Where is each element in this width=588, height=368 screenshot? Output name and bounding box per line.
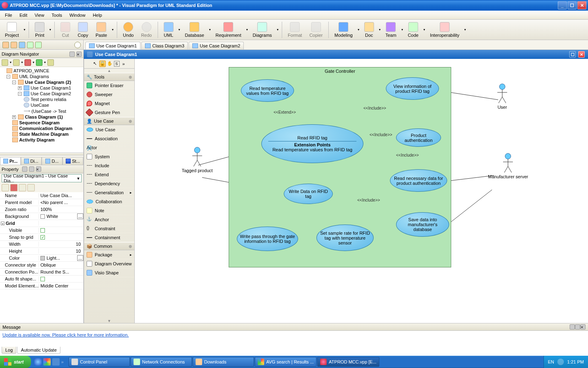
toolbar-undo[interactable]: Undo — [120, 21, 136, 38]
tool-magnet[interactable]: Magnet — [84, 99, 134, 108]
cursor-icon[interactable]: ↖ — [92, 61, 98, 67]
start-button[interactable]: start — [0, 356, 31, 368]
tree-cd-group[interactable]: +Class Diagram (1) — [11, 114, 83, 120]
tool-dependency[interactable]: Dependency — [84, 179, 134, 188]
tool-anchor[interactable]: ⚓Anchor — [84, 215, 134, 224]
tool-pointer-eraser[interactable]: Pointer Eraser — [84, 81, 134, 90]
toolbar-team[interactable]: Team — [383, 21, 399, 38]
restore-icon[interactable] — [22, 166, 27, 172]
menu-tools[interactable]: Tools — [48, 12, 65, 18]
tool-containment[interactable]: Containment — [84, 233, 134, 242]
tool-note[interactable]: Note — [84, 206, 134, 215]
tree-act[interactable]: Activity Diagram — [11, 137, 83, 143]
tab-property[interactable]: Pr... — [0, 157, 21, 165]
tool-package[interactable]: Package▸ — [84, 250, 134, 259]
close-icon[interactable]: × — [76, 52, 82, 57]
desktop-icon[interactable] — [52, 358, 60, 366]
palette-tools-header[interactable]: 🔧Tools⊕ — [84, 73, 134, 81]
toolbar-modeling[interactable]: Modeling — [332, 21, 355, 38]
property-selector[interactable]: Use Case Diagram1 - Use Case Dia...▾ — [2, 174, 82, 182]
toolbar-requirement[interactable]: Requirement — [213, 21, 244, 38]
chevron-icon[interactable]: » — [120, 61, 127, 67]
task-network[interactable]: Network Connections — [131, 357, 192, 367]
usecase-read-temp[interactable]: Read temperature values from RFID tag — [241, 79, 294, 102]
toolbar-uml[interactable]: UML — [161, 21, 176, 38]
property-grid[interactable]: NameUse Case Dia... Parent model<No pare… — [0, 192, 83, 323]
chrome-icon[interactable] — [43, 358, 51, 366]
tool-overview[interactable]: Diagram Overview — [84, 259, 134, 268]
tray-icon[interactable] — [557, 359, 564, 365]
tab-usecase1[interactable]: Use Case Diagram1 — [85, 42, 140, 49]
mini-icon[interactable] — [11, 42, 17, 48]
pin-icon[interactable] — [575, 324, 580, 330]
nav-sort-icon[interactable] — [24, 59, 31, 66]
usecase-write-pass[interactable]: Write pass through the gate information … — [237, 227, 298, 251]
tool-sweeper[interactable]: Sweeper — [84, 90, 134, 99]
lock-icon[interactable]: 🔒 — [99, 61, 106, 67]
mini-icon[interactable] — [27, 42, 33, 48]
tool-system[interactable]: System — [84, 152, 134, 161]
tool-gesture-pen[interactable]: Gesture Pen — [84, 108, 134, 117]
tool-include[interactable]: Include — [84, 161, 134, 170]
tab-log[interactable]: Log — [2, 347, 16, 354]
pin-icon[interactable] — [69, 52, 75, 57]
usecase-save-data[interactable]: Save data into manufacturer's database — [396, 212, 449, 237]
menu-window[interactable]: Window — [66, 12, 89, 18]
tree-ucd2[interactable]: -Use Case Diagram2 — [17, 91, 83, 96]
task-downloads[interactable]: Downloads — [193, 357, 254, 367]
usecase-set-sample[interactable]: Set sample rate for RFID tag with temper… — [316, 224, 374, 251]
tab-stencil[interactable]: St... — [62, 157, 83, 165]
tree-node-uc[interactable]: UseCase — [23, 102, 83, 108]
search-icon[interactable] — [74, 42, 81, 48]
close-icon[interactable]: × — [36, 166, 41, 172]
tab-usecase2[interactable]: Use Case Diagram2 — [189, 42, 244, 49]
menu-file[interactable]: File — [2, 12, 16, 18]
tree-node-rel[interactable]: ⟶(UseCase -> Test — [23, 108, 83, 114]
prop-btn[interactable] — [27, 184, 35, 191]
tree-ucd-group[interactable]: -Use Case Diagram (2) — [11, 79, 83, 85]
usecase-write-data[interactable]: Write Data on RFID tag — [284, 184, 333, 204]
tree-state[interactable]: State Machine Diagram — [11, 131, 83, 137]
tool-constraint[interactable]: {}Constraint — [84, 224, 134, 233]
hand-icon[interactable]: ✋ — [107, 61, 113, 67]
actor-tagged-product[interactable]: Tagged product — [182, 147, 213, 173]
tab-d2[interactable]: D... — [42, 157, 62, 165]
clock[interactable]: 1:21 PM — [567, 359, 584, 364]
menu-edit[interactable]: Edit — [16, 12, 31, 18]
diagram-tree[interactable]: ATPROD_WINCE -UML Diagrams -Use Case Dia… — [0, 67, 83, 153]
tree-seq[interactable]: Sequence Diagram — [11, 120, 83, 126]
task-control-panel[interactable]: Control Panel — [69, 357, 130, 367]
minimize-button[interactable]: _ — [558, 1, 567, 9]
task-atprod[interactable]: ATPROD MCC.vpp [E... — [317, 357, 379, 367]
tab-diagram[interactable]: Di... — [21, 157, 42, 165]
tool-actor[interactable]: 옷Actor — [84, 143, 134, 152]
toolbar-paste[interactable]: Paste — [93, 21, 109, 38]
prop-btn[interactable] — [10, 184, 18, 191]
update-link[interactable]: Update is available now. Please click he… — [2, 332, 129, 337]
s-button[interactable]: S — [114, 61, 120, 67]
toolbar-print[interactable]: Print — [32, 21, 47, 38]
actor-manufacturer[interactable]: Manufacturer server — [488, 153, 528, 179]
palette-usecase-header[interactable]: 👤Use Case⊕ — [84, 117, 134, 125]
task-avg-search[interactable]: AVG search | Results ... — [255, 357, 316, 367]
tree-uml[interactable]: -UML Diagrams — [6, 74, 83, 79]
tree-comm[interactable]: Communication Diagram — [11, 126, 83, 131]
toolbar-interop[interactable]: Interoperability — [428, 21, 462, 38]
tool-visio[interactable]: Visio Shape — [84, 268, 134, 277]
tree-node-test[interactable]: Test pentru relatia — [23, 96, 83, 102]
mini-icon[interactable] — [2, 42, 9, 48]
language-indicator[interactable]: EN — [548, 359, 554, 364]
tool-collaboration[interactable]: Collaboration — [84, 197, 134, 206]
mini-icon[interactable] — [35, 42, 42, 48]
prop-btn[interactable] — [19, 184, 26, 191]
toolbar-code[interactable]: Code — [405, 21, 421, 38]
tool-usecase[interactable]: Use Case — [84, 125, 134, 134]
tool-generalization[interactable]: Generalization▸ — [84, 188, 134, 197]
usecase-read-necessary[interactable]: Read necessary data for product authenti… — [390, 169, 447, 192]
palette-common-header[interactable]: 📦Common⊕ — [84, 242, 134, 250]
toolbar-doc[interactable]: Doc — [362, 21, 376, 38]
nav-new-icon[interactable] — [2, 59, 8, 66]
pin-icon[interactable] — [29, 166, 34, 172]
close-icon[interactable]: × — [580, 324, 586, 330]
nav-up-icon[interactable] — [36, 59, 42, 66]
